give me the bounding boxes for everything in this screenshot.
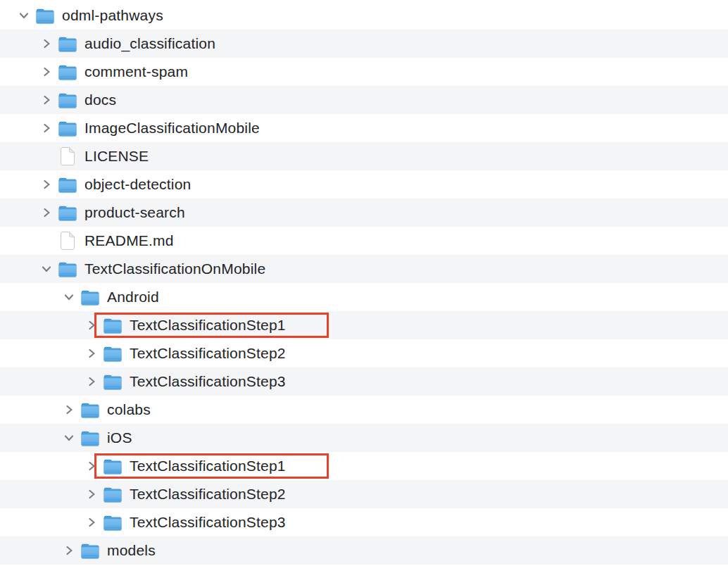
tree-row-folder[interactable]: TextClassificationStep1 xyxy=(0,311,728,339)
chevron-down-icon[interactable] xyxy=(62,424,76,452)
tree-row-folder[interactable]: TextClassificationStep2 xyxy=(0,339,728,367)
tree-row-folder[interactable]: iOS xyxy=(0,424,728,452)
folder-icon xyxy=(80,424,100,452)
chevron-spacer xyxy=(39,142,54,170)
chevron-right-icon[interactable] xyxy=(39,199,54,227)
chevron-right-icon[interactable] xyxy=(84,452,99,480)
tree-row-folder[interactable]: docs xyxy=(0,86,728,114)
tree-row-folder[interactable]: audio_classification xyxy=(0,30,728,58)
tree-row-file[interactable]: README.md xyxy=(0,227,728,255)
chevron-right-icon[interactable] xyxy=(84,339,99,367)
file-icon xyxy=(58,142,77,170)
item-label: Android xyxy=(107,289,159,306)
folder-icon xyxy=(58,114,77,142)
folder-icon xyxy=(80,283,100,311)
item-label: audio_classification xyxy=(84,35,215,52)
item-label: object-detection xyxy=(84,176,191,193)
item-label: TextClassificationStep2 xyxy=(130,486,286,503)
chevron-right-icon[interactable] xyxy=(84,508,99,536)
chevron-right-icon[interactable] xyxy=(39,170,54,199)
item-label: colabs xyxy=(107,401,151,418)
chevron-right-icon[interactable] xyxy=(39,30,54,58)
item-label: models xyxy=(107,542,156,559)
chevron-right-icon[interactable] xyxy=(84,311,99,339)
folder-icon xyxy=(103,339,123,367)
folder-icon xyxy=(58,86,77,114)
item-label: TextClassificationStep3 xyxy=(130,514,286,531)
folder-icon xyxy=(103,367,123,396)
folder-icon xyxy=(58,255,77,283)
folder-icon xyxy=(58,199,77,227)
item-label: TextClassificationStep2 xyxy=(130,345,286,362)
chevron-right-icon[interactable] xyxy=(39,86,54,114)
item-label: product-search xyxy=(84,204,185,221)
folder-icon xyxy=(80,396,100,424)
tree-row-file[interactable]: LICENSE xyxy=(0,142,728,170)
folder-icon xyxy=(35,1,55,30)
chevron-down-icon[interactable] xyxy=(39,255,54,283)
chevron-spacer xyxy=(39,227,54,255)
item-label: TextClassificationStep1 xyxy=(130,458,286,474)
tree-row-folder[interactable]: odml-pathways xyxy=(0,1,728,30)
chevron-right-icon[interactable] xyxy=(84,480,99,508)
item-label: ImageClassificationMobile xyxy=(84,120,260,137)
item-label: comment-spam xyxy=(84,63,188,80)
folder-icon xyxy=(80,536,100,565)
folder-icon xyxy=(103,452,123,480)
item-label: README.md xyxy=(84,232,174,249)
chevron-down-icon[interactable] xyxy=(62,283,76,311)
chevron-right-icon[interactable] xyxy=(62,396,76,424)
tree-row-folder[interactable]: models xyxy=(0,536,728,565)
tree-row-folder[interactable]: Android xyxy=(0,283,728,311)
folder-icon xyxy=(58,58,77,86)
item-label: TextClassificationStep1 xyxy=(130,317,286,334)
tree-row-folder[interactable]: TextClassificationOnMobile xyxy=(0,255,728,283)
item-label: LICENSE xyxy=(84,148,149,165)
tree-row-folder[interactable]: colabs xyxy=(0,396,728,424)
chevron-right-icon[interactable] xyxy=(84,367,99,396)
chevron-right-icon[interactable] xyxy=(39,58,54,86)
item-label: docs xyxy=(84,92,116,108)
tree-row-folder[interactable]: ImageClassificationMobile xyxy=(0,114,728,142)
tree-row-folder[interactable]: TextClassificationStep3 xyxy=(0,367,728,396)
file-icon xyxy=(58,227,77,255)
file-tree: odml-pathwaysaudio_classificationcomment… xyxy=(0,0,728,565)
folder-icon xyxy=(103,480,123,508)
item-label: odml-pathways xyxy=(62,7,163,24)
tree-row-folder[interactable]: comment-spam xyxy=(0,58,728,86)
chevron-right-icon[interactable] xyxy=(39,114,54,142)
item-label: TextClassificationStep3 xyxy=(130,373,286,390)
folder-icon xyxy=(58,30,77,58)
folder-icon xyxy=(103,508,123,536)
folder-icon xyxy=(103,311,123,339)
folder-icon xyxy=(58,170,77,199)
tree-row-folder[interactable]: TextClassificationStep1 xyxy=(0,452,728,480)
tree-row-folder[interactable]: TextClassificationStep3 xyxy=(0,508,728,536)
item-label: TextClassificationOnMobile xyxy=(84,260,265,277)
chevron-down-icon[interactable] xyxy=(17,1,31,30)
tree-row-folder[interactable]: product-search xyxy=(0,199,728,227)
chevron-right-icon[interactable] xyxy=(62,536,76,565)
tree-row-folder[interactable]: object-detection xyxy=(0,170,728,199)
tree-row-folder[interactable]: TextClassificationStep2 xyxy=(0,480,728,508)
item-label: iOS xyxy=(107,429,132,446)
